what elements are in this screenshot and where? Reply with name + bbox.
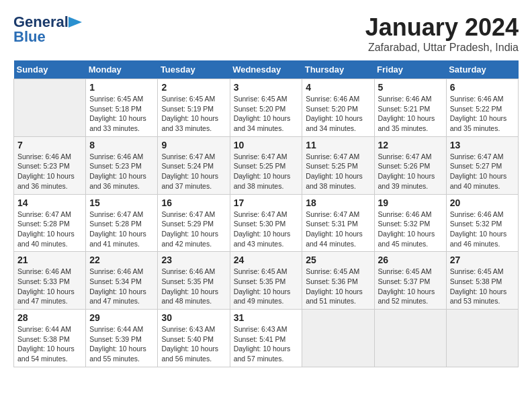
day-info: Sunrise: 6:45 AMSunset: 5:19 PMDaylight:…	[161, 94, 226, 134]
calendar-week-row: 1Sunrise: 6:45 AMSunset: 5:18 PMDaylight…	[14, 79, 519, 137]
calendar-cell: 6Sunrise: 6:46 AMSunset: 5:22 PMDaylight…	[446, 79, 518, 137]
month-year-title: January 2024	[365, 13, 519, 42]
day-number: 26	[378, 255, 443, 265]
day-info: Sunrise: 6:47 AMSunset: 5:29 PMDaylight:…	[161, 210, 226, 249]
day-info: Sunrise: 6:46 AMSunset: 5:22 PMDaylight:…	[450, 94, 515, 134]
calendar-cell: 30Sunrise: 6:43 AMSunset: 5:40 PMDayligh…	[158, 310, 230, 367]
day-number: 29	[89, 312, 154, 323]
day-info: Sunrise: 6:46 AMSunset: 5:23 PMDaylight:…	[89, 152, 154, 191]
calendar-cell: 11Sunrise: 6:47 AMSunset: 5:25 PMDayligh…	[302, 136, 374, 194]
col-header-wednesday: Wednesday	[230, 60, 302, 79]
calendar-cell: 1Sunrise: 6:45 AMSunset: 5:18 PMDaylight…	[86, 79, 158, 137]
logo: General Blue	[13, 13, 85, 46]
day-number: 24	[234, 255, 299, 265]
day-info: Sunrise: 6:46 AMSunset: 5:32 PMDaylight:…	[450, 210, 515, 249]
day-info: Sunrise: 6:47 AMSunset: 5:25 PMDaylight:…	[306, 152, 370, 191]
calendar-cell: 19Sunrise: 6:46 AMSunset: 5:32 PMDayligh…	[374, 194, 446, 252]
day-number: 15	[89, 197, 154, 208]
location-subtitle: Zafarabad, Uttar Pradesh, India	[365, 42, 519, 54]
title-section: January 2024 Zafarabad, Uttar Pradesh, I…	[365, 13, 519, 54]
day-number: 22	[89, 255, 154, 265]
day-number: 20	[450, 197, 515, 208]
calendar-cell: 22Sunrise: 6:46 AMSunset: 5:34 PMDayligh…	[86, 252, 158, 310]
calendar-cell: 18Sunrise: 6:47 AMSunset: 5:31 PMDayligh…	[302, 194, 374, 252]
calendar-cell: 23Sunrise: 6:46 AMSunset: 5:35 PMDayligh…	[158, 252, 230, 310]
col-header-thursday: Thursday	[302, 60, 374, 79]
day-info: Sunrise: 6:45 AMSunset: 5:20 PMDaylight:…	[234, 94, 299, 134]
calendar-header-row: SundayMondayTuesdayWednesdayThursdayFrid…	[14, 60, 519, 79]
calendar-cell: 28Sunrise: 6:44 AMSunset: 5:38 PMDayligh…	[14, 310, 86, 367]
calendar-cell: 9Sunrise: 6:47 AMSunset: 5:24 PMDaylight…	[158, 136, 230, 194]
day-number: 1	[89, 82, 154, 93]
day-number: 5	[378, 82, 443, 93]
day-number: 3	[234, 82, 299, 93]
day-info: Sunrise: 6:47 AMSunset: 5:26 PMDaylight:…	[378, 152, 443, 191]
calendar-cell: 25Sunrise: 6:45 AMSunset: 5:36 PMDayligh…	[302, 252, 374, 310]
calendar-cell: 13Sunrise: 6:47 AMSunset: 5:27 PMDayligh…	[446, 136, 518, 194]
day-info: Sunrise: 6:43 AMSunset: 5:41 PMDaylight:…	[234, 324, 299, 364]
day-number: 12	[378, 140, 443, 150]
day-info: Sunrise: 6:46 AMSunset: 5:34 PMDaylight:…	[89, 267, 154, 306]
calendar-cell: 14Sunrise: 6:47 AMSunset: 5:28 PMDayligh…	[14, 194, 86, 252]
calendar-cell: 21Sunrise: 6:46 AMSunset: 5:33 PMDayligh…	[14, 252, 86, 310]
day-info: Sunrise: 6:45 AMSunset: 5:36 PMDaylight:…	[306, 267, 370, 306]
calendar-week-row: 7Sunrise: 6:46 AMSunset: 5:23 PMDaylight…	[14, 136, 519, 194]
col-header-sunday: Sunday	[14, 60, 86, 79]
page-header: General Blue January 2024 Zafarabad, Utt…	[13, 13, 519, 54]
day-number: 8	[89, 140, 154, 150]
day-number: 9	[161, 140, 226, 150]
col-header-tuesday: Tuesday	[158, 60, 230, 79]
calendar-cell: 5Sunrise: 6:46 AMSunset: 5:21 PMDaylight…	[374, 79, 446, 137]
day-number: 16	[161, 197, 226, 208]
calendar-cell: 16Sunrise: 6:47 AMSunset: 5:29 PMDayligh…	[158, 194, 230, 252]
day-info: Sunrise: 6:47 AMSunset: 5:25 PMDaylight:…	[234, 152, 299, 191]
day-info: Sunrise: 6:47 AMSunset: 5:28 PMDaylight:…	[89, 210, 154, 249]
day-info: Sunrise: 6:46 AMSunset: 5:21 PMDaylight:…	[378, 94, 443, 134]
calendar-week-row: 21Sunrise: 6:46 AMSunset: 5:33 PMDayligh…	[14, 252, 519, 310]
calendar-cell: 27Sunrise: 6:45 AMSunset: 5:38 PMDayligh…	[446, 252, 518, 310]
day-number: 14	[17, 197, 82, 208]
day-number: 7	[17, 140, 82, 150]
day-info: Sunrise: 6:44 AMSunset: 5:39 PMDaylight:…	[89, 324, 154, 364]
day-info: Sunrise: 6:46 AMSunset: 5:33 PMDaylight:…	[17, 267, 82, 306]
day-info: Sunrise: 6:45 AMSunset: 5:18 PMDaylight:…	[89, 94, 154, 134]
day-info: Sunrise: 6:47 AMSunset: 5:30 PMDaylight:…	[234, 210, 299, 249]
calendar-cell: 2Sunrise: 6:45 AMSunset: 5:19 PMDaylight…	[158, 79, 230, 137]
calendar-cell: 20Sunrise: 6:46 AMSunset: 5:32 PMDayligh…	[446, 194, 518, 252]
calendar-week-row: 28Sunrise: 6:44 AMSunset: 5:38 PMDayligh…	[14, 310, 519, 367]
day-number: 10	[234, 140, 299, 150]
day-info: Sunrise: 6:47 AMSunset: 5:28 PMDaylight:…	[17, 210, 82, 249]
calendar-cell	[446, 310, 518, 367]
day-number: 30	[161, 312, 226, 323]
calendar-cell: 3Sunrise: 6:45 AMSunset: 5:20 PMDaylight…	[230, 79, 302, 137]
day-info: Sunrise: 6:45 AMSunset: 5:37 PMDaylight:…	[378, 267, 443, 306]
calendar-cell: 29Sunrise: 6:44 AMSunset: 5:39 PMDayligh…	[86, 310, 158, 367]
day-info: Sunrise: 6:46 AMSunset: 5:32 PMDaylight:…	[378, 210, 443, 249]
day-number: 27	[450, 255, 515, 265]
calendar-cell: 8Sunrise: 6:46 AMSunset: 5:23 PMDaylight…	[86, 136, 158, 194]
calendar-cell: 10Sunrise: 6:47 AMSunset: 5:25 PMDayligh…	[230, 136, 302, 194]
day-info: Sunrise: 6:46 AMSunset: 5:23 PMDaylight:…	[17, 152, 82, 191]
day-info: Sunrise: 6:44 AMSunset: 5:38 PMDaylight:…	[17, 324, 82, 364]
day-number: 13	[450, 140, 515, 150]
calendar-cell: 4Sunrise: 6:46 AMSunset: 5:20 PMDaylight…	[302, 79, 374, 137]
day-number: 25	[306, 255, 370, 265]
col-header-saturday: Saturday	[446, 60, 518, 79]
day-info: Sunrise: 6:45 AMSunset: 5:38 PMDaylight:…	[450, 267, 515, 306]
col-header-friday: Friday	[374, 60, 446, 79]
calendar-cell: 12Sunrise: 6:47 AMSunset: 5:26 PMDayligh…	[374, 136, 446, 194]
logo-arrow-icon	[69, 15, 85, 29]
calendar-cell: 7Sunrise: 6:46 AMSunset: 5:23 PMDaylight…	[14, 136, 86, 194]
day-info: Sunrise: 6:47 AMSunset: 5:24 PMDaylight:…	[161, 152, 226, 191]
day-info: Sunrise: 6:43 AMSunset: 5:40 PMDaylight:…	[161, 324, 226, 364]
calendar-cell: 15Sunrise: 6:47 AMSunset: 5:28 PMDayligh…	[86, 194, 158, 252]
day-number: 4	[306, 82, 370, 93]
calendar-cell: 24Sunrise: 6:45 AMSunset: 5:35 PMDayligh…	[230, 252, 302, 310]
svg-marker-0	[69, 17, 82, 28]
day-info: Sunrise: 6:46 AMSunset: 5:20 PMDaylight:…	[306, 94, 370, 134]
day-number: 11	[306, 140, 370, 150]
calendar-cell: 17Sunrise: 6:47 AMSunset: 5:30 PMDayligh…	[230, 194, 302, 252]
day-number: 2	[161, 82, 226, 93]
day-number: 28	[17, 312, 82, 323]
day-info: Sunrise: 6:47 AMSunset: 5:31 PMDaylight:…	[306, 210, 370, 249]
